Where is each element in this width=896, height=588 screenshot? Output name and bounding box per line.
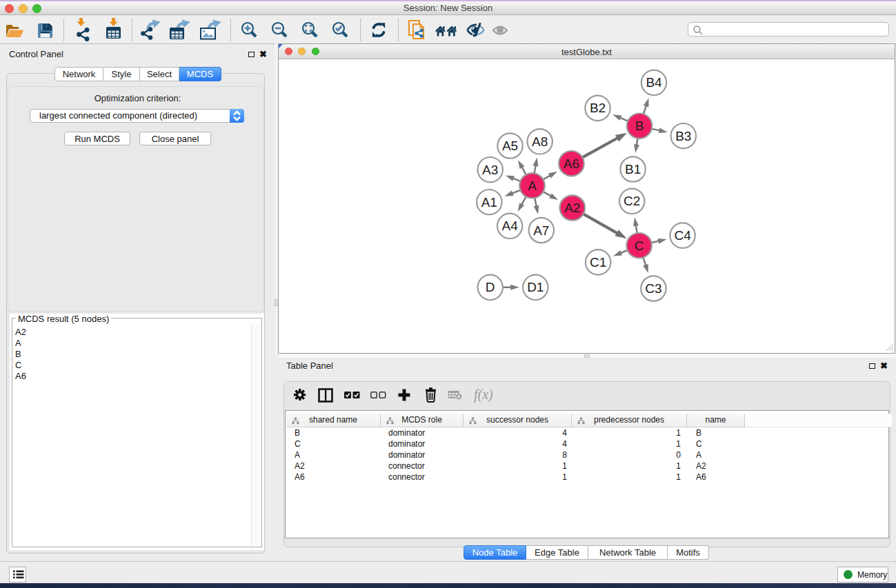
svg-text:C4: C4: [674, 228, 691, 243]
svg-text:B3: B3: [675, 129, 691, 143]
svg-text:A4: A4: [501, 219, 518, 233]
svg-text:A1: A1: [481, 195, 497, 210]
svg-text:C2: C2: [624, 194, 640, 208]
svg-text:C3: C3: [645, 281, 661, 296]
svg-text:B: B: [635, 119, 644, 133]
svg-text:A5: A5: [502, 139, 518, 153]
svg-text:A7: A7: [533, 223, 549, 238]
svg-text:A3: A3: [482, 163, 498, 177]
svg-text:A2: A2: [564, 201, 580, 215]
svg-text:A6: A6: [564, 156, 579, 171]
svg-text:D1: D1: [527, 280, 544, 294]
svg-text:B2: B2: [590, 101, 606, 115]
svg-text:C: C: [635, 239, 644, 253]
svg-text:A8: A8: [532, 134, 548, 149]
svg-text:B1: B1: [625, 162, 641, 176]
svg-text:C1: C1: [590, 255, 606, 270]
svg-text:A: A: [528, 179, 537, 193]
svg-text:D: D: [486, 280, 495, 294]
svg-text:B4: B4: [646, 75, 662, 90]
